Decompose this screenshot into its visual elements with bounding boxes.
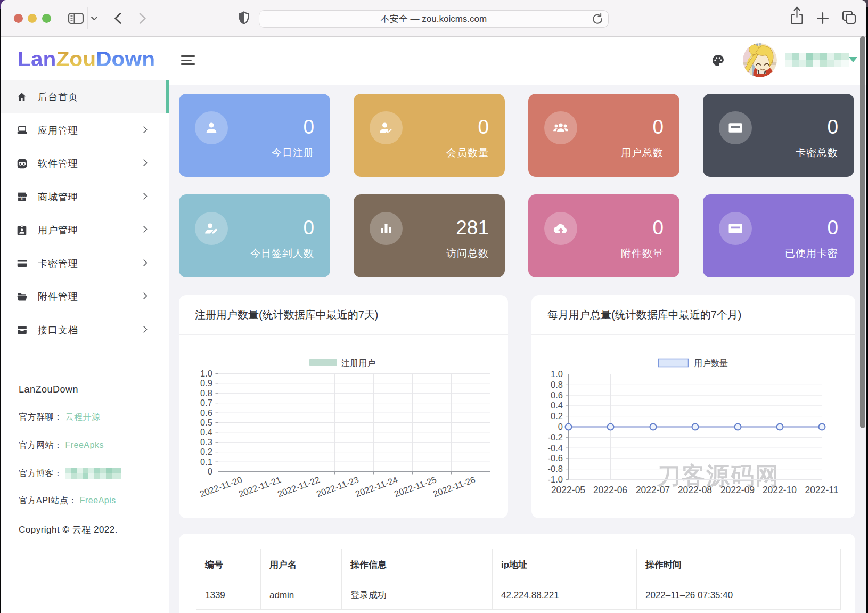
- svg-text:每月用户总量(统计数据库中最近的7个月): 每月用户总量(统计数据库中最近的7个月): [547, 309, 741, 321]
- svg-text:0: 0: [208, 467, 212, 476]
- svg-text:2022-08: 2022-08: [678, 485, 712, 495]
- svg-text:2022-11: 2022-11: [805, 485, 839, 495]
- svg-text:2022-10: 2022-10: [763, 485, 797, 495]
- svg-text:0.9: 0.9: [200, 378, 212, 388]
- svg-text:0.2: 0.2: [551, 411, 563, 421]
- svg-text:-0.8: -0.8: [548, 464, 563, 473]
- svg-text:用户数量: 用户数量: [694, 359, 728, 368]
- svg-text:2022-11-21: 2022-11-21: [238, 475, 282, 498]
- svg-text:0.4: 0.4: [200, 427, 212, 437]
- svg-text:2022-11-24: 2022-11-24: [354, 475, 399, 498]
- svg-text:0.1: 0.1: [200, 457, 212, 467]
- svg-text:0.7: 0.7: [200, 398, 212, 407]
- svg-text:-0.2: -0.2: [548, 432, 563, 442]
- svg-text:2022-11-23: 2022-11-23: [315, 475, 360, 498]
- svg-text:2022-09: 2022-09: [720, 485, 755, 495]
- svg-text:-0.4: -0.4: [548, 443, 563, 453]
- svg-text:注册用户数量(统计数据库中最近的7天): 注册用户数量(统计数据库中最近的7天): [195, 309, 378, 321]
- svg-text:1.0: 1.0: [551, 369, 563, 379]
- svg-text:2022-11-22: 2022-11-22: [276, 475, 321, 498]
- svg-text:1.0: 1.0: [200, 369, 212, 378]
- svg-text:2022-11-26: 2022-11-26: [432, 475, 477, 498]
- svg-text:0.8: 0.8: [200, 388, 212, 398]
- svg-text:注册用户: 注册用户: [341, 359, 375, 368]
- svg-text:0.5: 0.5: [200, 418, 212, 427]
- svg-text:0.4: 0.4: [551, 401, 563, 410]
- svg-text:0.3: 0.3: [200, 437, 212, 447]
- svg-text:2022-05: 2022-05: [551, 485, 585, 495]
- svg-text:0.6: 0.6: [551, 390, 563, 400]
- svg-text:刀客源码网: 刀客源码网: [656, 462, 780, 488]
- svg-text:G: G: [21, 198, 23, 201]
- svg-text:0.6: 0.6: [200, 408, 212, 418]
- svg-text:2022-07: 2022-07: [636, 485, 670, 495]
- svg-text:2022-11-20: 2022-11-20: [199, 475, 243, 498]
- svg-text:2022-06: 2022-06: [593, 485, 627, 495]
- svg-text:0.2: 0.2: [200, 447, 212, 456]
- svg-text:-0.6: -0.6: [548, 453, 563, 463]
- svg-text:2022-11-25: 2022-11-25: [393, 475, 438, 498]
- svg-text:-1.0: -1.0: [548, 475, 563, 484]
- svg-text:0.8: 0.8: [551, 380, 563, 389]
- svg-text:0: 0: [558, 422, 563, 431]
